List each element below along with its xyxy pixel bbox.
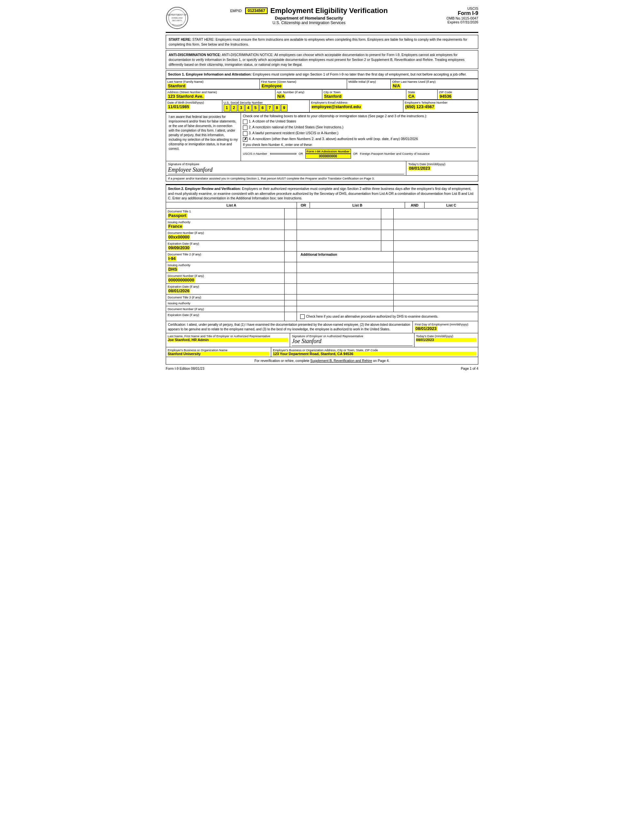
doc2-title-addinfo-row: Document Title 2 (if any) I-94 Additiona… <box>166 252 478 262</box>
employer-sig-row: Last Name, First Name and Title of Emplo… <box>166 333 478 347</box>
employee-sig-area: Signature of Employee Employee Stanford <box>166 161 406 175</box>
first-name-value: Employee <box>261 83 282 88</box>
doc2-title-value: I-94 <box>168 256 176 261</box>
alt-proc-checkbox[interactable] <box>300 314 305 319</box>
uscis-logo: DEPARTMENT OF HOMELAND SECURITY <box>166 6 189 29</box>
ssn-digit-7: 7 <box>267 104 273 112</box>
ssn-digit-2: 2 <box>231 104 237 112</box>
docnum2-value: 00000000000 <box>168 278 195 283</box>
docnum2-cell: Document Number (if any) 00000000000 <box>166 273 284 283</box>
name-row: Last Name (Family Name) Stanford First N… <box>166 79 478 89</box>
list-a-header: List A <box>166 202 297 208</box>
checkbox-2 <box>243 125 247 130</box>
checkbox-1 <box>243 120 247 124</box>
list-c-header: List C <box>424 202 478 208</box>
last-name-label: Last Name (Family Name) <box>167 80 258 83</box>
expdate2-row: Expiration Date (if any) 08/01/2026 <box>166 284 478 294</box>
other-names-label: Other Last Names Used (if any) <box>392 80 477 83</box>
checkbox-4 <box>243 137 247 142</box>
issuing2-value: DHS <box>168 267 178 272</box>
org-row: Employer's Business or Organization Name… <box>166 347 478 357</box>
first-name-label: First Name (Given Name) <box>261 80 346 83</box>
other-names-value: N/A <box>392 83 400 88</box>
attestation-left-text: I am aware that federal law provides for… <box>166 113 241 161</box>
employee-signature: Employee Stanford <box>168 166 404 174</box>
apt-value: N/A <box>277 94 285 99</box>
employer-date-label: Today's Date (mm/dd/yyyy) <box>416 334 476 338</box>
expdate1-cell: Expiration Date (if any) 09/09/2030 <box>166 241 284 251</box>
issuing2-row: Issuing Authority DHS <box>166 262 478 273</box>
employee-sig-date-area: Today's Date (mm/dd/yyyy) 08/01/2023 <box>406 161 478 175</box>
org-name-label: Employer's Business or Organization Name <box>168 348 269 352</box>
cert-text: Certification: I attest, under penalty o… <box>166 321 413 333</box>
expdate2-value: 08/01/2026 <box>168 288 190 293</box>
ssn-digit-1: 1 <box>224 104 230 112</box>
address-label: Address (Street Number and Name) <box>167 90 274 94</box>
page-footer: Form I-9 Edition 08/01/23 Page 1 of 4 <box>166 367 478 370</box>
or-divider-2: OR <box>352 152 359 155</box>
form94-label: Form I-94 Admission Number <box>305 149 351 154</box>
doc1-listb-cell <box>297 208 381 219</box>
item4-note: If you check Item Number 4., enter one o… <box>243 143 476 147</box>
issuing1-row: Issuing Authority France <box>166 219 478 230</box>
form94-container: Form I-94 Admission Number 0000000000 <box>305 149 351 158</box>
check-intro: Check one of the following boxes to atte… <box>243 114 476 118</box>
citizenship-option-3: 3. A lawful permanent resident (Enter US… <box>243 131 476 136</box>
city-label: City or Town <box>324 90 405 94</box>
ssn-boxes: 1 2 3 4 5 6 7 8 9 <box>224 104 308 112</box>
docnum3-row: Document Number (if any) <box>166 306 478 312</box>
phone-value: (650) 123-4567 <box>405 104 435 109</box>
doc1-listc-cell <box>394 208 478 219</box>
docnum2-row: Document Number (if any) 00000000000 <box>166 273 478 284</box>
additional-info-label: Additional Information <box>299 252 339 257</box>
section2-header: Section 2. Employer Review and Verificat… <box>166 184 478 202</box>
apt-label: Apt. Number (if any) <box>277 90 321 94</box>
doc1-title-value: Passport <box>168 213 187 218</box>
email-label: Employee's Email Address <box>311 101 402 104</box>
citizenship-option-1: 1. A citizen of the United States <box>243 119 476 124</box>
expdate2-cell: Expiration Date (if any) 08/01/2026 <box>166 284 284 294</box>
employer-name-value: Joe Stanford, HR Admin <box>168 338 288 342</box>
issuing3-row: Issuing Authority <box>166 301 478 306</box>
expdate3-cell: Expiration Date (if any) <box>166 312 284 321</box>
header-right: USCIS Form I-9 OMB No.1615-0047 Expires … <box>429 6 478 24</box>
email-value: employee@stanford.edu <box>311 104 362 109</box>
phone-label: Employee's Telephone Number <box>405 101 477 104</box>
org-name-cell: Employer's Business or Organization Name… <box>166 347 271 357</box>
svg-text:DEPARTMENT OF: DEPARTMENT OF <box>167 14 187 16</box>
issuing2-cell: Issuing Authority DHS <box>166 262 284 273</box>
docnum1-row: Document Number (if any) 00xx00000 <box>166 230 478 241</box>
ssn-digit-5: 5 <box>252 104 259 112</box>
ssn-digit-3: 3 <box>238 104 245 112</box>
docnum3-cell: Document Number (if any) <box>166 306 284 312</box>
svg-text:SECURITY: SECURITY <box>172 19 182 21</box>
sig-date-value: 08/01/2023 <box>408 166 431 171</box>
employer-name-cell: Last Name, First Name and Title of Emplo… <box>166 333 290 347</box>
org-address-value: 123 Your Department Road, Stanford, CA 9… <box>273 352 476 356</box>
doc-title1-row: Document Title 1 Passport <box>166 208 478 219</box>
checkbox-3 <box>243 131 247 136</box>
cert-right: First Day of Employment (mm/dd/yyyy): 08… <box>413 321 478 333</box>
city-value: Stanford <box>324 94 342 99</box>
attestation-right: Check one of the following boxes to atte… <box>241 113 478 161</box>
work-until-date: 08/01/2026 <box>401 137 418 141</box>
docnum1-value: 00xx00000 <box>168 234 190 239</box>
address-value: 123 Stanford Ave. <box>167 94 204 99</box>
uscis-label: USCIS <box>429 6 478 10</box>
last-name-value: Stanford <box>167 83 186 88</box>
reverif-link[interactable]: Supplement B, Reverification and Rehire <box>310 359 372 363</box>
uscis-a-value <box>270 153 296 154</box>
anti-discrimination-notice: ANTI-DISCRIMINATION NOTICE: ANTI-DISCRIM… <box>166 50 478 69</box>
org-address-label: Employer's Business or Organization Addr… <box>273 348 476 352</box>
form-title: Employment Eligibility Verification <box>270 6 388 15</box>
citizenship-section: I am aware that federal law provides for… <box>166 112 478 161</box>
employer-date-cell: Today's Date (mm/dd/yyyy) 08/01/2023 <box>415 333 478 347</box>
form94-value: 0000000000 <box>305 154 351 158</box>
dob-label: Date of Birth (mm/dd/yyyy) <box>167 101 221 104</box>
zip-value: 94536 <box>439 94 452 99</box>
first-day-label: First Day of Employment (mm/dd/yyyy): <box>415 323 476 326</box>
edition-label: Form I-9 Edition 08/01/23 <box>166 367 204 370</box>
uscis-a-label: USCIS A-Number <box>243 152 269 155</box>
citizenship-option-2: 2. A noncitizen national of the United S… <box>243 125 476 130</box>
employer-sig-label: Signature of Employer or Authorized Repr… <box>292 334 412 338</box>
